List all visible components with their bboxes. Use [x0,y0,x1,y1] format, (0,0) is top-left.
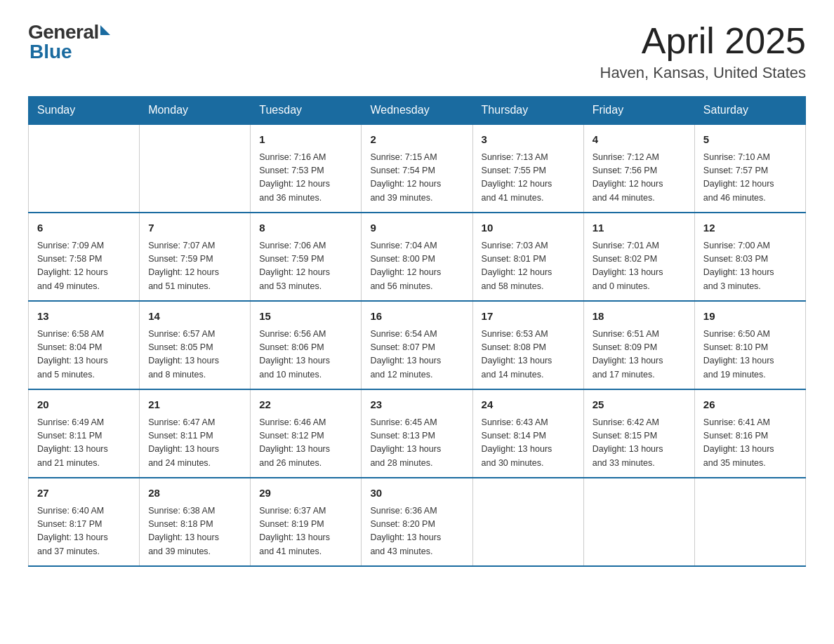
calendar-cell: 4Sunrise: 7:12 AM Sunset: 7:56 PM Daylig… [583,124,694,213]
sun-info: Sunrise: 6:42 AM Sunset: 8:15 PM Dayligh… [593,416,686,471]
calendar-header-row: SundayMondayTuesdayWednesdayThursdayFrid… [29,97,806,125]
calendar-cell: 19Sunrise: 6:50 AM Sunset: 8:10 PM Dayli… [694,301,805,389]
sun-info: Sunrise: 6:54 AM Sunset: 8:07 PM Dayligh… [370,328,463,382]
week-row-4: 20Sunrise: 6:49 AM Sunset: 8:11 PM Dayli… [29,389,806,478]
sun-info: Sunrise: 7:04 AM Sunset: 8:00 PM Dayligh… [370,239,463,294]
logo-arrow-icon [100,25,110,35]
day-number: 26 [703,397,797,413]
day-number: 28 [148,485,241,502]
sun-info: Sunrise: 7:00 AM Sunset: 8:03 PM Dayligh… [703,239,797,294]
sun-info: Sunrise: 7:12 AM Sunset: 7:56 PM Dayligh… [593,151,686,206]
calendar-cell: 30Sunrise: 6:36 AM Sunset: 8:20 PM Dayli… [362,478,472,566]
sun-info: Sunrise: 6:36 AM Sunset: 8:20 PM Dayligh… [370,504,463,559]
sun-info: Sunrise: 6:56 AM Sunset: 8:06 PM Dayligh… [259,328,352,382]
sun-info: Sunrise: 6:51 AM Sunset: 8:09 PM Dayligh… [593,328,686,382]
sun-info: Sunrise: 6:37 AM Sunset: 8:19 PM Dayligh… [259,504,352,559]
header-sunday: Sunday [29,97,140,125]
sun-info: Sunrise: 7:03 AM Sunset: 8:01 PM Dayligh… [482,239,575,294]
day-number: 29 [259,485,352,502]
calendar-cell [472,478,583,566]
sun-info: Sunrise: 6:45 AM Sunset: 8:13 PM Dayligh… [370,416,463,471]
sun-info: Sunrise: 7:10 AM Sunset: 7:57 PM Dayligh… [703,151,797,206]
calendar-cell: 17Sunrise: 6:53 AM Sunset: 8:08 PM Dayli… [472,301,583,389]
sun-info: Sunrise: 6:57 AM Sunset: 8:05 PM Dayligh… [148,328,241,382]
day-number: 20 [37,397,131,413]
week-row-2: 6Sunrise: 7:09 AM Sunset: 7:58 PM Daylig… [29,213,806,301]
day-number: 27 [37,485,131,502]
sun-info: Sunrise: 7:09 AM Sunset: 7:58 PM Dayligh… [37,239,131,294]
sun-info: Sunrise: 6:41 AM Sunset: 8:16 PM Dayligh… [703,416,797,471]
calendar-cell: 12Sunrise: 7:00 AM Sunset: 8:03 PM Dayli… [694,213,805,301]
day-number: 13 [37,309,131,325]
sun-info: Sunrise: 7:06 AM Sunset: 7:59 PM Dayligh… [259,239,352,294]
calendar-cell: 28Sunrise: 6:38 AM Sunset: 8:18 PM Dayli… [140,478,251,566]
title-block: April 2025 Haven, Kansas, United States [600,21,807,82]
header-tuesday: Tuesday [251,97,362,125]
header-saturday: Saturday [694,97,805,125]
day-number: 8 [259,220,352,236]
sun-info: Sunrise: 6:38 AM Sunset: 8:18 PM Dayligh… [148,504,241,559]
sun-info: Sunrise: 6:49 AM Sunset: 8:11 PM Dayligh… [37,416,131,471]
header-thursday: Thursday [472,97,583,125]
day-number: 23 [370,397,463,413]
day-number: 1 [259,132,352,148]
calendar-cell: 25Sunrise: 6:42 AM Sunset: 8:15 PM Dayli… [583,389,694,478]
calendar-title: April 2025 [600,21,807,61]
week-row-5: 27Sunrise: 6:40 AM Sunset: 8:17 PM Dayli… [29,478,806,566]
sun-info: Sunrise: 7:01 AM Sunset: 8:02 PM Dayligh… [593,239,686,294]
calendar-cell: 29Sunrise: 6:37 AM Sunset: 8:19 PM Dayli… [251,478,362,566]
sun-info: Sunrise: 6:46 AM Sunset: 8:12 PM Dayligh… [259,416,352,471]
day-number: 10 [482,220,575,236]
day-number: 24 [482,397,575,413]
calendar-cell [694,478,805,566]
calendar-cell: 20Sunrise: 6:49 AM Sunset: 8:11 PM Dayli… [29,389,140,478]
calendar-cell: 11Sunrise: 7:01 AM Sunset: 8:02 PM Dayli… [583,213,694,301]
calendar-table: SundayMondayTuesdayWednesdayThursdayFrid… [28,96,806,567]
day-number: 3 [482,132,575,148]
day-number: 6 [37,220,131,236]
day-number: 25 [593,397,686,413]
page-header: General Blue April 2025 Haven, Kansas, U… [28,21,806,82]
sun-info: Sunrise: 6:40 AM Sunset: 8:17 PM Dayligh… [37,504,131,559]
calendar-cell [140,124,251,213]
logo: General Blue [28,21,110,63]
calendar-cell: 15Sunrise: 6:56 AM Sunset: 8:06 PM Dayli… [251,301,362,389]
day-number: 21 [148,397,241,413]
day-number: 15 [259,309,352,325]
calendar-cell: 7Sunrise: 7:07 AM Sunset: 7:59 PM Daylig… [140,213,251,301]
sun-info: Sunrise: 6:43 AM Sunset: 8:14 PM Dayligh… [482,416,575,471]
day-number: 18 [593,309,686,325]
sun-info: Sunrise: 6:58 AM Sunset: 8:04 PM Dayligh… [37,328,131,382]
day-number: 14 [148,309,241,325]
calendar-cell: 24Sunrise: 6:43 AM Sunset: 8:14 PM Dayli… [472,389,583,478]
logo-blue-text: Blue [28,41,72,63]
calendar-cell: 16Sunrise: 6:54 AM Sunset: 8:07 PM Dayli… [362,301,472,389]
calendar-cell [583,478,694,566]
calendar-cell: 14Sunrise: 6:57 AM Sunset: 8:05 PM Dayli… [140,301,251,389]
day-number: 22 [259,397,352,413]
day-number: 30 [370,485,463,502]
calendar-cell: 26Sunrise: 6:41 AM Sunset: 8:16 PM Dayli… [694,389,805,478]
sun-info: Sunrise: 6:53 AM Sunset: 8:08 PM Dayligh… [482,328,575,382]
sun-info: Sunrise: 7:13 AM Sunset: 7:55 PM Dayligh… [482,151,575,206]
sun-info: Sunrise: 7:07 AM Sunset: 7:59 PM Dayligh… [148,239,241,294]
calendar-cell: 1Sunrise: 7:16 AM Sunset: 7:53 PM Daylig… [251,124,362,213]
calendar-location: Haven, Kansas, United States [600,64,807,82]
calendar-cell: 9Sunrise: 7:04 AM Sunset: 8:00 PM Daylig… [362,213,472,301]
day-number: 11 [593,220,686,236]
day-number: 5 [703,132,797,148]
header-monday: Monday [140,97,251,125]
calendar-cell: 23Sunrise: 6:45 AM Sunset: 8:13 PM Dayli… [362,389,472,478]
day-number: 19 [703,309,797,325]
sun-info: Sunrise: 7:16 AM Sunset: 7:53 PM Dayligh… [259,151,352,206]
sun-info: Sunrise: 7:15 AM Sunset: 7:54 PM Dayligh… [370,151,463,206]
header-wednesday: Wednesday [362,97,472,125]
day-number: 2 [370,132,463,148]
day-number: 16 [370,309,463,325]
week-row-3: 13Sunrise: 6:58 AM Sunset: 8:04 PM Dayli… [29,301,806,389]
calendar-cell: 27Sunrise: 6:40 AM Sunset: 8:17 PM Dayli… [29,478,140,566]
calendar-cell: 10Sunrise: 7:03 AM Sunset: 8:01 PM Dayli… [472,213,583,301]
calendar-cell: 3Sunrise: 7:13 AM Sunset: 7:55 PM Daylig… [472,124,583,213]
day-number: 17 [482,309,575,325]
calendar-cell [29,124,140,213]
